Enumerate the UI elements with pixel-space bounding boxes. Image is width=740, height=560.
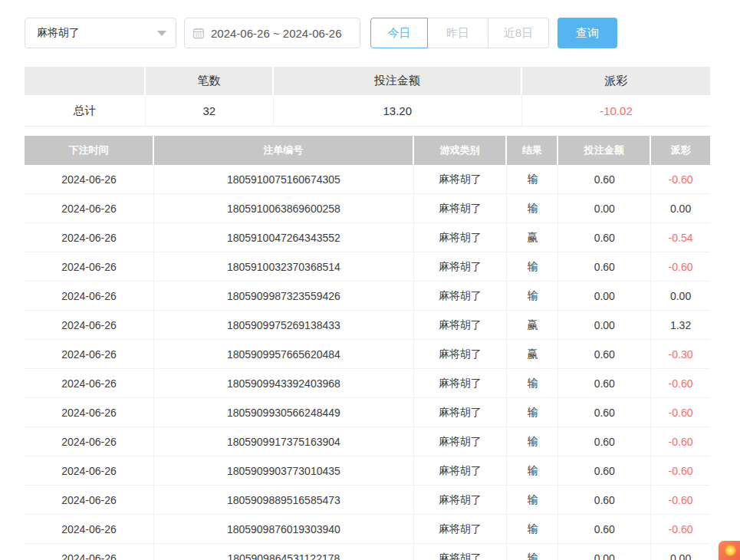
last-8-days-button[interactable]: 近8日 bbox=[488, 18, 549, 48]
cell-result: 输 bbox=[507, 194, 558, 223]
header-bet-id: 注单编号 bbox=[154, 136, 414, 165]
cell-bet-id: 1805909930566248449 bbox=[154, 398, 414, 427]
table-row: 2024-06-261805910063869600258麻将胡了输0.000.… bbox=[25, 194, 710, 223]
cell-bet-id: 1805909957665620484 bbox=[154, 340, 414, 369]
cell-bet-amount: 0.60 bbox=[558, 398, 651, 427]
summary-header-empty bbox=[25, 67, 146, 95]
cell-date: 2024-06-26 bbox=[25, 252, 154, 282]
cell-bet-amount: 0.60 bbox=[558, 369, 651, 398]
cell-bet-amount: 0.00 bbox=[558, 282, 651, 311]
cell-result: 赢 bbox=[507, 311, 558, 340]
cell-bet-id: 1805909876019303940 bbox=[154, 515, 414, 544]
cell-date: 2024-06-26 bbox=[25, 486, 154, 515]
cell-date: 2024-06-26 bbox=[25, 194, 154, 223]
table-row: 2024-06-261805909903773010435麻将胡了输0.60-0… bbox=[25, 456, 710, 486]
cell-bet-amount: 0.60 bbox=[558, 223, 651, 252]
summary-total-count: 32 bbox=[146, 95, 273, 127]
table-row: 2024-06-261805910032370368514麻将胡了输0.60-0… bbox=[25, 252, 710, 282]
calendar-icon bbox=[192, 27, 205, 39]
summary-total-row: 总计 32 13.20 -10.02 bbox=[25, 95, 710, 127]
cell-bet-id: 1805910063869600258 bbox=[154, 194, 414, 223]
cell-game: 麻将胡了 bbox=[414, 369, 508, 398]
cell-bet-amount: 0.00 bbox=[558, 194, 651, 223]
summary-total-payout: -10.02 bbox=[522, 95, 710, 127]
cell-payout: -0.60 bbox=[651, 427, 710, 456]
cell-bet-amount: 0.60 bbox=[558, 252, 651, 282]
cell-result: 输 bbox=[507, 282, 558, 311]
cell-game: 麻将胡了 bbox=[414, 165, 508, 194]
cell-bet-id: 1805909864531122178 bbox=[154, 544, 414, 560]
filter-toolbar: 麻将胡了 2024-06-26 ~ 2024-06-26 今日 昨日 近8日 查… bbox=[25, 18, 617, 48]
cell-bet-id: 1805910075160674305 bbox=[154, 165, 414, 194]
table-row: 2024-06-261805909943392403968麻将胡了输0.60-0… bbox=[25, 369, 710, 398]
quick-date-button-group: 今日 昨日 近8日 bbox=[370, 18, 549, 48]
cell-payout: -0.60 bbox=[651, 515, 710, 544]
cell-game: 麻将胡了 bbox=[414, 456, 508, 486]
cell-result: 输 bbox=[507, 456, 558, 486]
cell-result: 输 bbox=[507, 252, 558, 282]
cell-payout: -0.60 bbox=[651, 456, 710, 486]
cell-game: 麻将胡了 bbox=[414, 544, 508, 560]
cell-result: 赢 bbox=[507, 340, 558, 369]
cell-game: 麻将胡了 bbox=[414, 340, 508, 369]
cell-bet-id: 1805909975269138433 bbox=[154, 311, 414, 340]
cell-date: 2024-06-26 bbox=[25, 369, 154, 398]
cell-date: 2024-06-26 bbox=[25, 456, 154, 486]
cell-result: 赢 bbox=[507, 223, 558, 252]
cell-date: 2024-06-26 bbox=[25, 544, 154, 560]
query-button[interactable]: 查询 bbox=[557, 18, 617, 48]
cell-bet-amount: 0.00 bbox=[558, 544, 651, 560]
table-row: 2024-06-261805909957665620484麻将胡了赢0.60-0… bbox=[25, 340, 710, 369]
table-row: 2024-06-261805910047264343552麻将胡了赢0.60-0… bbox=[25, 223, 710, 252]
cell-date: 2024-06-26 bbox=[25, 223, 154, 252]
clipped-page-title-fragment bbox=[42, 0, 73, 4]
table-row: 2024-06-261805910075160674305麻将胡了输0.60-0… bbox=[25, 165, 710, 194]
summary-total-label: 总计 bbox=[25, 95, 146, 127]
summary-header-bet-amount: 投注金额 bbox=[274, 67, 523, 95]
cell-game: 麻将胡了 bbox=[414, 252, 508, 282]
cell-date: 2024-06-26 bbox=[25, 427, 154, 456]
cell-bet-amount: 0.60 bbox=[558, 515, 651, 544]
floating-promo-icon[interactable] bbox=[719, 541, 740, 560]
game-select-value: 麻将胡了 bbox=[37, 26, 157, 40]
cell-bet-amount: 0.60 bbox=[558, 165, 651, 194]
cell-date: 2024-06-26 bbox=[25, 282, 154, 311]
cell-payout: 1.32 bbox=[651, 311, 710, 340]
summary-total-bet-amount: 13.20 bbox=[274, 95, 523, 127]
cell-result: 输 bbox=[507, 427, 558, 456]
cell-result: 输 bbox=[507, 369, 558, 398]
cell-payout: -0.60 bbox=[651, 486, 710, 515]
detail-table-body: 2024-06-261805910075160674305麻将胡了输0.60-0… bbox=[25, 165, 710, 560]
cell-bet-id: 1805909943392403968 bbox=[154, 369, 414, 398]
summary-table: 笔数 投注金额 派彩 总计 32 13.20 -10.02 bbox=[25, 67, 710, 127]
cell-game: 麻将胡了 bbox=[414, 311, 508, 340]
cell-payout: 0.00 bbox=[651, 282, 710, 311]
date-range-input[interactable]: 2024-06-26 ~ 2024-06-26 bbox=[184, 18, 360, 48]
coin-icon bbox=[725, 545, 736, 556]
cell-result: 输 bbox=[507, 486, 558, 515]
cell-payout: -0.54 bbox=[651, 223, 710, 252]
today-button[interactable]: 今日 bbox=[370, 18, 428, 48]
cell-bet-amount: 0.60 bbox=[558, 486, 651, 515]
table-row: 2024-06-261805909876019303940麻将胡了输0.60-0… bbox=[25, 515, 710, 544]
yesterday-button[interactable]: 昨日 bbox=[427, 18, 488, 48]
cell-payout: -0.60 bbox=[651, 252, 710, 282]
cell-bet-id: 1805909889516585473 bbox=[154, 486, 414, 515]
cell-payout: -0.60 bbox=[651, 369, 710, 398]
game-select[interactable]: 麻将胡了 bbox=[25, 18, 176, 48]
cell-result: 输 bbox=[507, 515, 558, 544]
cell-game: 麻将胡了 bbox=[414, 486, 508, 515]
cell-date: 2024-06-26 bbox=[25, 311, 154, 340]
detail-header-row: 下注时间 注单编号 游戏类别 结果 投注金额 派彩 bbox=[25, 136, 710, 165]
summary-header-payout: 派彩 bbox=[522, 67, 710, 95]
header-bet-time: 下注时间 bbox=[25, 136, 154, 165]
cell-game: 麻将胡了 bbox=[414, 398, 508, 427]
cell-bet-id: 1805909987323559426 bbox=[154, 282, 414, 311]
cell-bet-id: 1805910047264343552 bbox=[154, 223, 414, 252]
cell-payout: -0.60 bbox=[651, 165, 710, 194]
cell-game: 麻将胡了 bbox=[414, 427, 508, 456]
bet-records-table: 下注时间 注单编号 游戏类别 结果 投注金额 派彩 2024-06-261805… bbox=[25, 136, 710, 560]
cell-date: 2024-06-26 bbox=[25, 165, 154, 194]
cell-payout: 0.00 bbox=[651, 194, 710, 223]
table-row: 2024-06-261805909975269138433麻将胡了赢0.001.… bbox=[25, 311, 710, 340]
